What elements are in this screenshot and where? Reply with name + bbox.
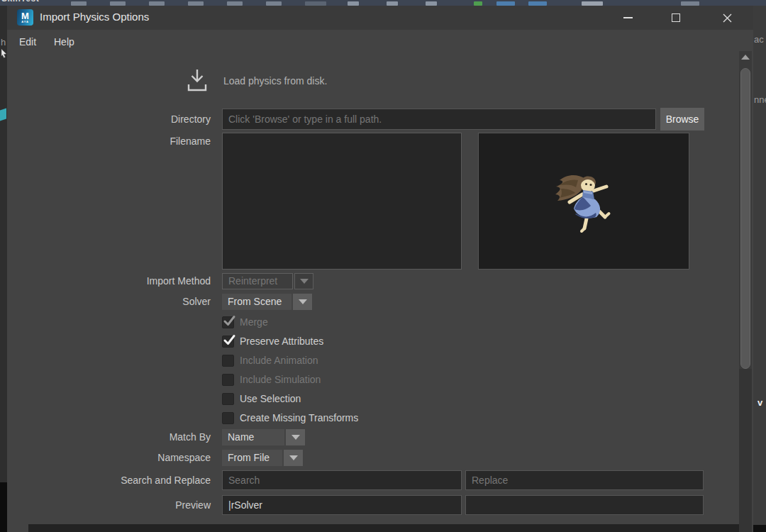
menu-help[interactable]: Help xyxy=(54,36,74,48)
bottom-separator xyxy=(28,524,742,532)
match-by-value: Name xyxy=(222,429,284,445)
checkbox-label: Create Missing Transforms xyxy=(240,412,358,423)
match-by-dropdown[interactable]: Name xyxy=(222,429,305,445)
background-text-fragment: v xyxy=(757,397,762,408)
minimize-button[interactable] xyxy=(611,6,644,30)
directory-input[interactable] xyxy=(222,109,656,130)
search-input[interactable] xyxy=(222,470,462,490)
triangle-glyph xyxy=(299,299,307,304)
background-left-panel: h xyxy=(0,6,7,532)
chevron-down-icon xyxy=(294,273,313,289)
checkbox-label: Include Animation xyxy=(240,355,318,366)
background-toolbar: SkinTest xyxy=(0,0,766,6)
background-tool-icon xyxy=(0,109,6,121)
namespace-value: From File xyxy=(222,450,282,466)
import-method-label: Import Method xyxy=(7,275,211,287)
checkbox-label: Include Simulation xyxy=(240,374,321,385)
filename-label: Filename xyxy=(7,135,211,147)
intro-text: Load physics from disk. xyxy=(223,75,327,87)
solver-dropdown[interactable]: From Scene xyxy=(222,294,312,310)
checkbox-label: Merge xyxy=(240,316,268,328)
browse-button[interactable]: Browse xyxy=(660,108,704,131)
close-icon xyxy=(722,13,733,23)
preview-search-result-field[interactable] xyxy=(222,495,462,515)
background-dark-area xyxy=(0,482,7,532)
search-and-replace-label: Search and Replace xyxy=(7,475,211,486)
background-text-fragment: nne xyxy=(754,94,766,105)
scrollbar-track-lower[interactable] xyxy=(739,369,752,532)
import-method-value: Reinterpret xyxy=(222,273,293,289)
titlebar: MAYA Import Physics Options xyxy=(7,6,753,30)
scrollbar-thumb[interactable] xyxy=(740,68,750,369)
import-method-dropdown: Reinterpret xyxy=(222,273,313,289)
screen: SkinTest h ac nne v MAYA Impor xyxy=(0,0,766,532)
maximize-button[interactable] xyxy=(660,6,692,30)
scrollbar[interactable] xyxy=(739,51,752,532)
cursor-icon xyxy=(0,48,7,58)
chevron-down-icon xyxy=(284,450,303,466)
filename-list[interactable] xyxy=(222,133,462,270)
include-simulation-checkbox xyxy=(222,374,234,386)
preview-replace-result-field[interactable] xyxy=(465,495,704,515)
directory-label: Directory xyxy=(7,113,211,125)
triangle-glyph xyxy=(292,435,300,440)
include-animation-checkbox xyxy=(222,355,234,367)
maya-logo-icon: MAYA xyxy=(17,9,33,26)
maximize-icon xyxy=(672,13,680,22)
background-right-panel: ac nne v xyxy=(753,0,766,532)
merge-checkbox xyxy=(222,316,234,328)
close-button[interactable] xyxy=(711,6,743,30)
triangle-glyph xyxy=(289,455,298,460)
menu-edit[interactable]: Edit xyxy=(19,36,36,48)
preserve-attributes-checkbox[interactable] xyxy=(222,336,234,348)
use-selection-checkbox[interactable] xyxy=(222,393,234,405)
window-title: Import Physics Options xyxy=(40,11,149,23)
background-toolbar-corner xyxy=(753,0,766,6)
background-text-fragment: h xyxy=(1,37,6,48)
checkmark-icon xyxy=(222,333,237,348)
character-preview-image xyxy=(553,167,623,238)
triangle-glyph xyxy=(300,279,309,284)
namespace-label: Namespace xyxy=(7,452,211,463)
checkbox-label: Use Selection xyxy=(240,393,301,404)
scroll-up-arrow-icon xyxy=(741,55,750,60)
scroll-up-button[interactable] xyxy=(739,51,752,62)
menubar: Edit Help xyxy=(7,30,753,57)
chevron-down-icon xyxy=(293,294,312,310)
match-by-label: Match By xyxy=(7,431,211,443)
checkmark-icon xyxy=(222,314,237,328)
chevron-down-icon xyxy=(286,429,305,445)
replace-input[interactable] xyxy=(465,470,704,490)
import-physics-options-dialog: MAYA Import Physics Options Edit Help Lo… xyxy=(7,6,753,532)
import-from-disk-icon xyxy=(186,68,209,92)
background-text-fragment: ac xyxy=(754,34,764,45)
file-preview-panel xyxy=(478,133,689,270)
checkbox-label: Preserve Attributes xyxy=(240,336,323,347)
preview-label: Preview xyxy=(7,499,211,511)
solver-value: From Scene xyxy=(222,294,292,310)
namespace-dropdown[interactable]: From File xyxy=(222,450,303,466)
background-tab-label: SkinTest xyxy=(1,0,39,4)
solver-label: Solver xyxy=(7,296,211,307)
create-missing-transforms-checkbox[interactable] xyxy=(222,412,234,424)
background-dark-area xyxy=(753,525,766,532)
minimize-icon xyxy=(623,17,633,18)
